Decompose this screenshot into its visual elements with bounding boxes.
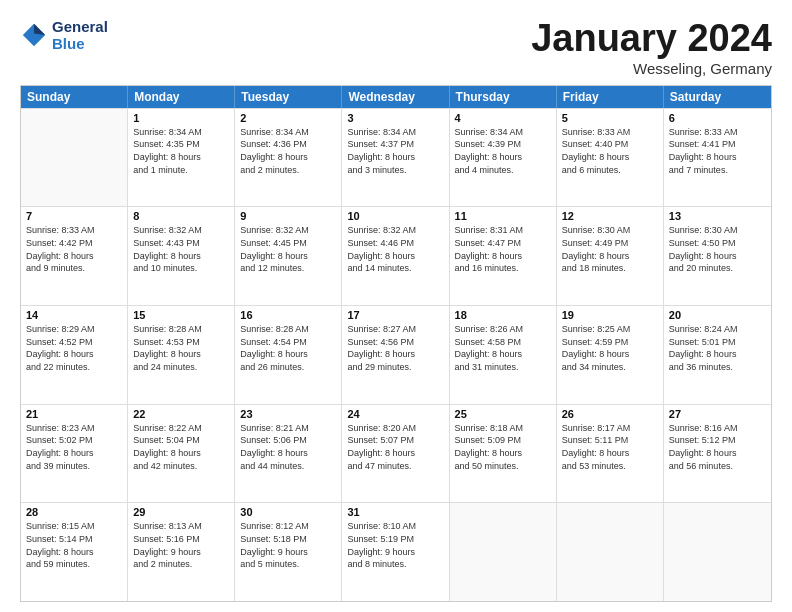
cell-info-line: Daylight: 8 hours <box>133 250 229 263</box>
page: General Blue January 2024 Wesseling, Ger… <box>0 0 792 612</box>
cell-info-line: Sunrise: 8:33 AM <box>669 126 766 139</box>
day-number: 25 <box>455 408 551 420</box>
cell-info-line: Daylight: 8 hours <box>455 348 551 361</box>
cell-info-line: Daylight: 8 hours <box>133 151 229 164</box>
cal-cell: 30Sunrise: 8:12 AMSunset: 5:18 PMDayligh… <box>235 503 342 601</box>
cell-info-line: and 53 minutes. <box>562 460 658 473</box>
week-row-4: 21Sunrise: 8:23 AMSunset: 5:02 PMDayligh… <box>21 404 771 503</box>
cell-info-line: and 18 minutes. <box>562 262 658 275</box>
cell-info-line: Sunset: 5:14 PM <box>26 533 122 546</box>
cell-info-line: Daylight: 8 hours <box>347 348 443 361</box>
cell-info-line: Daylight: 8 hours <box>26 546 122 559</box>
cell-info-line: Sunset: 4:37 PM <box>347 138 443 151</box>
cell-info-line: Sunset: 4:41 PM <box>669 138 766 151</box>
cell-info-line: Sunrise: 8:20 AM <box>347 422 443 435</box>
cell-info-line: Sunrise: 8:22 AM <box>133 422 229 435</box>
cal-cell: 22Sunrise: 8:22 AMSunset: 5:04 PMDayligh… <box>128 405 235 503</box>
day-number: 11 <box>455 210 551 222</box>
weekday-header-tuesday: Tuesday <box>235 86 342 108</box>
day-number: 21 <box>26 408 122 420</box>
cell-info-line: Daylight: 9 hours <box>133 546 229 559</box>
cell-info-line: Daylight: 8 hours <box>562 250 658 263</box>
week-row-1: 1Sunrise: 8:34 AMSunset: 4:35 PMDaylight… <box>21 108 771 207</box>
logo-text: General Blue <box>52 18 108 53</box>
cell-info-line: Sunrise: 8:16 AM <box>669 422 766 435</box>
cell-info-line: Daylight: 8 hours <box>669 447 766 460</box>
day-number: 20 <box>669 309 766 321</box>
cal-cell: 16Sunrise: 8:28 AMSunset: 4:54 PMDayligh… <box>235 306 342 404</box>
cal-cell: 15Sunrise: 8:28 AMSunset: 4:53 PMDayligh… <box>128 306 235 404</box>
calendar-header: SundayMondayTuesdayWednesdayThursdayFrid… <box>21 86 771 108</box>
cell-info-line: Sunset: 5:01 PM <box>669 336 766 349</box>
cal-cell: 9Sunrise: 8:32 AMSunset: 4:45 PMDaylight… <box>235 207 342 305</box>
cell-info-line: Sunset: 4:46 PM <box>347 237 443 250</box>
cell-info-line: Sunrise: 8:12 AM <box>240 520 336 533</box>
day-number: 18 <box>455 309 551 321</box>
cell-info-line: Sunrise: 8:32 AM <box>133 224 229 237</box>
weekday-header-thursday: Thursday <box>450 86 557 108</box>
cell-info-line: Sunset: 5:07 PM <box>347 434 443 447</box>
cell-info-line: Sunrise: 8:34 AM <box>347 126 443 139</box>
cell-info-line: Sunrise: 8:15 AM <box>26 520 122 533</box>
day-number: 7 <box>26 210 122 222</box>
cell-info-line: and 6 minutes. <box>562 164 658 177</box>
cell-info-line: Daylight: 8 hours <box>455 250 551 263</box>
cell-info-line: Sunset: 4:40 PM <box>562 138 658 151</box>
logo-line1: General <box>52 18 108 35</box>
cal-cell: 17Sunrise: 8:27 AMSunset: 4:56 PMDayligh… <box>342 306 449 404</box>
cell-info-line: Sunrise: 8:34 AM <box>240 126 336 139</box>
cell-info-line: and 26 minutes. <box>240 361 336 374</box>
cell-info-line: and 12 minutes. <box>240 262 336 275</box>
day-number: 12 <box>562 210 658 222</box>
cell-info-line: Sunset: 4:56 PM <box>347 336 443 349</box>
cell-info-line: and 8 minutes. <box>347 558 443 571</box>
cell-info-line: and 42 minutes. <box>133 460 229 473</box>
cell-info-line: Daylight: 8 hours <box>562 151 658 164</box>
cell-info-line: Sunset: 4:59 PM <box>562 336 658 349</box>
cell-info-line: and 9 minutes. <box>26 262 122 275</box>
cell-info-line: Daylight: 8 hours <box>669 250 766 263</box>
day-number: 31 <box>347 506 443 518</box>
cell-info-line: Daylight: 8 hours <box>669 348 766 361</box>
cal-cell: 8Sunrise: 8:32 AMSunset: 4:43 PMDaylight… <box>128 207 235 305</box>
day-number: 30 <box>240 506 336 518</box>
cell-info-line: and 36 minutes. <box>669 361 766 374</box>
cell-info-line: Daylight: 8 hours <box>26 348 122 361</box>
cal-cell: 27Sunrise: 8:16 AMSunset: 5:12 PMDayligh… <box>664 405 771 503</box>
cell-info-line: and 10 minutes. <box>133 262 229 275</box>
week-row-3: 14Sunrise: 8:29 AMSunset: 4:52 PMDayligh… <box>21 305 771 404</box>
header: General Blue January 2024 Wesseling, Ger… <box>20 18 772 77</box>
weekday-header-saturday: Saturday <box>664 86 771 108</box>
cell-info-line: Sunrise: 8:18 AM <box>455 422 551 435</box>
cell-info-line: Sunrise: 8:31 AM <box>455 224 551 237</box>
day-number: 14 <box>26 309 122 321</box>
cell-info-line: and 1 minute. <box>133 164 229 177</box>
cell-info-line: Sunrise: 8:30 AM <box>562 224 658 237</box>
cell-info-line: Sunrise: 8:17 AM <box>562 422 658 435</box>
day-number: 19 <box>562 309 658 321</box>
cal-cell <box>664 503 771 601</box>
cell-info-line: Sunrise: 8:33 AM <box>562 126 658 139</box>
cell-info-line: Sunset: 4:58 PM <box>455 336 551 349</box>
cal-cell: 7Sunrise: 8:33 AMSunset: 4:42 PMDaylight… <box>21 207 128 305</box>
cell-info-line: and 16 minutes. <box>455 262 551 275</box>
cell-info-line: and 3 minutes. <box>347 164 443 177</box>
logo-icon <box>20 21 48 49</box>
cell-info-line: Daylight: 8 hours <box>669 151 766 164</box>
cell-info-line: Sunset: 4:45 PM <box>240 237 336 250</box>
cal-cell: 26Sunrise: 8:17 AMSunset: 5:11 PMDayligh… <box>557 405 664 503</box>
cell-info-line: Daylight: 8 hours <box>347 151 443 164</box>
month-title: January 2024 <box>531 18 772 60</box>
cell-info-line: Sunset: 5:18 PM <box>240 533 336 546</box>
cell-info-line: Daylight: 8 hours <box>562 348 658 361</box>
cell-info-line: and 2 minutes. <box>133 558 229 571</box>
cell-info-line: Sunrise: 8:21 AM <box>240 422 336 435</box>
cell-info-line: Daylight: 9 hours <box>240 546 336 559</box>
cell-info-line: and 24 minutes. <box>133 361 229 374</box>
cell-info-line: Sunset: 4:50 PM <box>669 237 766 250</box>
cell-info-line: and 14 minutes. <box>347 262 443 275</box>
day-number: 26 <box>562 408 658 420</box>
cell-info-line: Daylight: 9 hours <box>347 546 443 559</box>
day-number: 29 <box>133 506 229 518</box>
day-number: 9 <box>240 210 336 222</box>
